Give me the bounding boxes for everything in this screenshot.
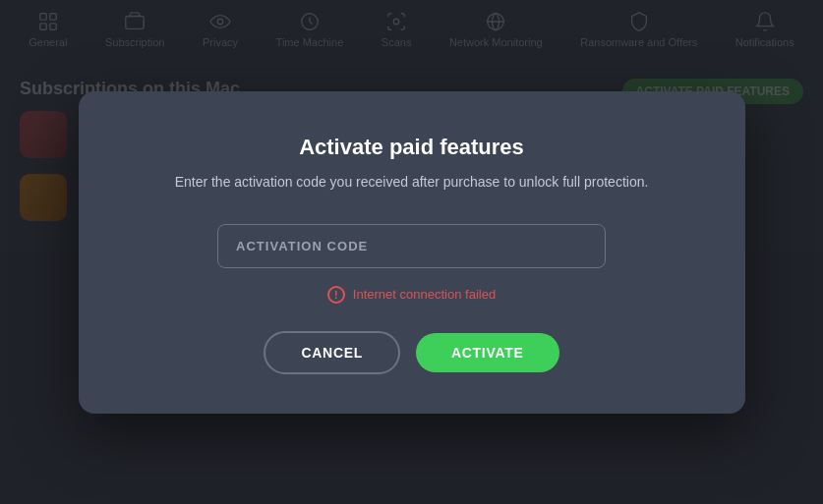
error-icon: ! [327, 286, 345, 304]
activate-button[interactable]: ACTIVATE [416, 333, 559, 372]
modal-buttons: CANCEL ACTIVATE [264, 331, 558, 374]
cancel-button[interactable]: CANCEL [264, 331, 400, 374]
error-message: ! Internet connection failed [327, 286, 496, 304]
modal-title: Activate paid features [299, 135, 524, 160]
modal-subtitle: Enter the activation code you received a… [175, 172, 649, 193]
modal-dialog: Activate paid features Enter the activat… [79, 91, 745, 414]
error-text: Internet connection failed [353, 287, 496, 302]
activation-code-input[interactable] [217, 224, 606, 268]
